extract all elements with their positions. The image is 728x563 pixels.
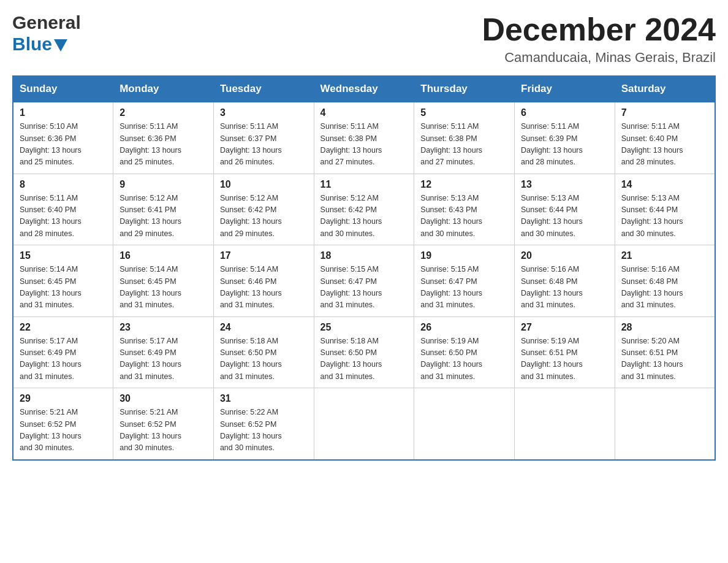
svg-marker-0 bbox=[54, 39, 67, 52]
day-number: 23 bbox=[119, 322, 207, 333]
calendar-day-cell: 1Sunrise: 5:10 AMSunset: 6:36 PMDaylight… bbox=[13, 102, 113, 174]
calendar-day-cell: 10Sunrise: 5:12 AMSunset: 6:42 PMDayligh… bbox=[213, 174, 314, 245]
calendar-day-cell: 25Sunrise: 5:18 AMSunset: 6:50 PMDayligh… bbox=[314, 316, 414, 388]
calendar-day-cell: 26Sunrise: 5:19 AMSunset: 6:50 PMDayligh… bbox=[414, 316, 515, 388]
day-info: Sunrise: 5:11 AMSunset: 6:40 PMDaylight:… bbox=[20, 193, 107, 240]
calendar-day-cell: 12Sunrise: 5:13 AMSunset: 6:43 PMDayligh… bbox=[414, 174, 515, 245]
day-info: Sunrise: 5:16 AMSunset: 6:48 PMDaylight:… bbox=[521, 264, 609, 312]
day-number: 5 bbox=[420, 107, 508, 118]
day-number: 1 bbox=[20, 107, 107, 118]
header-monday: Monday bbox=[113, 76, 214, 102]
day-number: 29 bbox=[20, 393, 107, 404]
day-number: 28 bbox=[621, 322, 708, 333]
day-info: Sunrise: 5:11 AMSunset: 6:38 PMDaylight:… bbox=[320, 121, 408, 169]
calendar-day-cell: 19Sunrise: 5:15 AMSunset: 6:47 PMDayligh… bbox=[414, 245, 515, 317]
calendar-day-cell: 14Sunrise: 5:13 AMSunset: 6:44 PMDayligh… bbox=[615, 174, 715, 245]
day-number: 22 bbox=[20, 322, 107, 333]
calendar-day-cell: 29Sunrise: 5:21 AMSunset: 6:52 PMDayligh… bbox=[13, 388, 113, 460]
calendar-day-cell: 18Sunrise: 5:15 AMSunset: 6:47 PMDayligh… bbox=[314, 245, 414, 317]
day-number: 10 bbox=[220, 179, 308, 190]
day-info: Sunrise: 5:11 AMSunset: 6:38 PMDaylight:… bbox=[420, 121, 508, 169]
calendar-day-cell: 17Sunrise: 5:14 AMSunset: 6:46 PMDayligh… bbox=[213, 245, 314, 317]
day-number: 31 bbox=[220, 393, 308, 404]
day-number: 2 bbox=[119, 107, 207, 118]
calendar-day-cell bbox=[615, 388, 715, 460]
logo-arrow-icon bbox=[54, 39, 67, 52]
day-info: Sunrise: 5:19 AMSunset: 6:50 PMDaylight:… bbox=[420, 335, 508, 383]
header-thursday: Thursday bbox=[414, 76, 515, 102]
calendar-day-cell: 9Sunrise: 5:12 AMSunset: 6:41 PMDaylight… bbox=[113, 174, 214, 245]
calendar-day-cell bbox=[515, 388, 615, 460]
day-info: Sunrise: 5:12 AMSunset: 6:42 PMDaylight:… bbox=[320, 193, 408, 240]
calendar-week-row: 22Sunrise: 5:17 AMSunset: 6:49 PMDayligh… bbox=[13, 316, 715, 388]
header-saturday: Saturday bbox=[615, 76, 715, 102]
calendar-day-cell: 3Sunrise: 5:11 AMSunset: 6:37 PMDaylight… bbox=[213, 102, 314, 174]
day-number: 24 bbox=[220, 322, 308, 333]
day-info: Sunrise: 5:11 AMSunset: 6:39 PMDaylight:… bbox=[521, 121, 609, 169]
day-number: 6 bbox=[521, 107, 609, 118]
header-sunday: Sunday bbox=[13, 76, 113, 102]
day-number: 13 bbox=[521, 179, 609, 190]
day-number: 7 bbox=[621, 107, 708, 118]
day-number: 4 bbox=[320, 107, 408, 118]
day-number: 19 bbox=[420, 250, 508, 261]
day-info: Sunrise: 5:17 AMSunset: 6:49 PMDaylight:… bbox=[20, 335, 107, 383]
day-number: 30 bbox=[119, 393, 207, 404]
day-number: 14 bbox=[621, 179, 708, 190]
logo: General Blue bbox=[12, 12, 81, 55]
calendar-day-cell bbox=[314, 388, 414, 460]
calendar-day-cell: 2Sunrise: 5:11 AMSunset: 6:36 PMDaylight… bbox=[113, 102, 214, 174]
day-info: Sunrise: 5:18 AMSunset: 6:50 PMDaylight:… bbox=[320, 335, 408, 383]
calendar-week-row: 15Sunrise: 5:14 AMSunset: 6:45 PMDayligh… bbox=[13, 245, 715, 317]
calendar-day-cell: 27Sunrise: 5:19 AMSunset: 6:51 PMDayligh… bbox=[515, 316, 615, 388]
day-info: Sunrise: 5:22 AMSunset: 6:52 PMDaylight:… bbox=[220, 407, 308, 454]
calendar-day-cell: 11Sunrise: 5:12 AMSunset: 6:42 PMDayligh… bbox=[314, 174, 414, 245]
header-tuesday: Tuesday bbox=[213, 76, 314, 102]
header-friday: Friday bbox=[515, 76, 615, 102]
calendar-day-cell: 4Sunrise: 5:11 AMSunset: 6:38 PMDaylight… bbox=[314, 102, 414, 174]
logo-line1: General bbox=[12, 12, 81, 34]
day-info: Sunrise: 5:14 AMSunset: 6:46 PMDaylight:… bbox=[220, 264, 308, 312]
day-number: 26 bbox=[420, 322, 508, 333]
day-number: 8 bbox=[20, 179, 107, 190]
calendar-day-cell: 13Sunrise: 5:13 AMSunset: 6:44 PMDayligh… bbox=[515, 174, 615, 245]
day-info: Sunrise: 5:12 AMSunset: 6:41 PMDaylight:… bbox=[119, 193, 207, 240]
calendar-day-cell: 8Sunrise: 5:11 AMSunset: 6:40 PMDaylight… bbox=[13, 174, 113, 245]
day-info: Sunrise: 5:13 AMSunset: 6:43 PMDaylight:… bbox=[420, 193, 508, 240]
day-info: Sunrise: 5:11 AMSunset: 6:36 PMDaylight:… bbox=[119, 121, 207, 169]
calendar-week-row: 1Sunrise: 5:10 AMSunset: 6:36 PMDaylight… bbox=[13, 102, 715, 174]
day-number: 12 bbox=[420, 179, 508, 190]
calendar-day-cell: 21Sunrise: 5:16 AMSunset: 6:48 PMDayligh… bbox=[615, 245, 715, 317]
calendar-day-cell: 24Sunrise: 5:18 AMSunset: 6:50 PMDayligh… bbox=[213, 316, 314, 388]
calendar-month-year: December 2024 bbox=[482, 12, 716, 47]
calendar-location: Camanducaia, Minas Gerais, Brazil bbox=[482, 50, 716, 66]
day-info: Sunrise: 5:11 AMSunset: 6:40 PMDaylight:… bbox=[621, 121, 708, 169]
calendar-day-cell: 20Sunrise: 5:16 AMSunset: 6:48 PMDayligh… bbox=[515, 245, 615, 317]
weekday-header-row: Sunday Monday Tuesday Wednesday Thursday… bbox=[13, 76, 715, 102]
calendar-day-cell: 16Sunrise: 5:14 AMSunset: 6:45 PMDayligh… bbox=[113, 245, 214, 317]
logo-line2: Blue bbox=[12, 34, 52, 55]
calendar-day-cell: 23Sunrise: 5:17 AMSunset: 6:49 PMDayligh… bbox=[113, 316, 214, 388]
calendar-day-cell: 5Sunrise: 5:11 AMSunset: 6:38 PMDaylight… bbox=[414, 102, 515, 174]
calendar-day-cell: 6Sunrise: 5:11 AMSunset: 6:39 PMDaylight… bbox=[515, 102, 615, 174]
day-number: 27 bbox=[521, 322, 609, 333]
calendar-week-row: 8Sunrise: 5:11 AMSunset: 6:40 PMDaylight… bbox=[13, 174, 715, 245]
header-wednesday: Wednesday bbox=[314, 76, 414, 102]
day-info: Sunrise: 5:19 AMSunset: 6:51 PMDaylight:… bbox=[521, 335, 609, 383]
calendar-day-cell: 30Sunrise: 5:21 AMSunset: 6:52 PMDayligh… bbox=[113, 388, 214, 460]
day-info: Sunrise: 5:11 AMSunset: 6:37 PMDaylight:… bbox=[220, 121, 308, 169]
day-number: 11 bbox=[320, 179, 408, 190]
day-info: Sunrise: 5:18 AMSunset: 6:50 PMDaylight:… bbox=[220, 335, 308, 383]
page-header: General Blue December 2024 Camanducaia, … bbox=[12, 12, 716, 66]
day-info: Sunrise: 5:10 AMSunset: 6:36 PMDaylight:… bbox=[20, 121, 107, 169]
day-number: 3 bbox=[220, 107, 308, 118]
calendar-table: Sunday Monday Tuesday Wednesday Thursday… bbox=[12, 75, 716, 461]
day-info: Sunrise: 5:13 AMSunset: 6:44 PMDaylight:… bbox=[621, 193, 708, 240]
day-number: 21 bbox=[621, 250, 708, 261]
day-number: 18 bbox=[320, 250, 408, 261]
day-number: 17 bbox=[220, 250, 308, 261]
day-info: Sunrise: 5:14 AMSunset: 6:45 PMDaylight:… bbox=[20, 264, 107, 312]
calendar-week-row: 29Sunrise: 5:21 AMSunset: 6:52 PMDayligh… bbox=[13, 388, 715, 460]
day-number: 16 bbox=[119, 250, 207, 261]
calendar-day-cell: 31Sunrise: 5:22 AMSunset: 6:52 PMDayligh… bbox=[213, 388, 314, 460]
